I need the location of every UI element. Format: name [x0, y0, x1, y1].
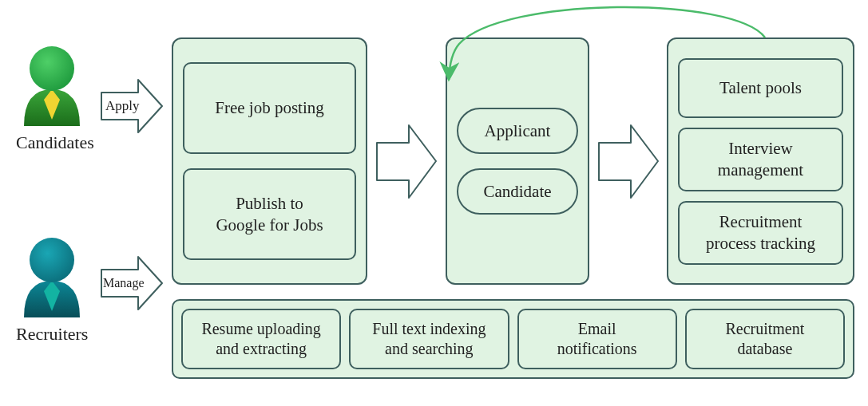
recruiter-icon [16, 231, 88, 319]
candidates-label: Candidates [16, 132, 88, 153]
svg-point-3 [30, 238, 74, 282]
svg-marker-7 [599, 125, 658, 198]
arrow-apply: Apply [100, 78, 164, 134]
panel-management: Talent pools Interview management Recrui… [667, 37, 854, 285]
pill-applicant: Applicant [457, 108, 578, 154]
tile-fulltext-indexing: Full text indexing and searching [349, 309, 509, 369]
panel-applicant-candidate: Applicant Candidate [446, 37, 589, 285]
tile-interview-management: Interview management [678, 128, 843, 191]
arrow-manage: Manage [100, 255, 164, 311]
arrow-icon [375, 124, 438, 199]
arrow-to-management [597, 124, 660, 199]
actor-recruiters: Recruiters [16, 231, 88, 345]
apply-label: Apply [105, 98, 140, 114]
tile-recruitment-tracking: Recruitment process tracking [678, 201, 843, 265]
svg-marker-6 [377, 125, 436, 198]
panel-foundation: Resume uploading and extracting Full tex… [172, 299, 854, 379]
pill-candidate: Candidate [457, 168, 578, 215]
tile-talent-pools: Talent pools [678, 58, 843, 118]
arrow-to-applicant [375, 124, 438, 199]
arrow-icon [597, 124, 660, 199]
svg-point-1 [30, 46, 74, 91]
tile-email-notifications: Email notifications [517, 309, 677, 369]
tile-recruitment-database: Recruitment database [685, 309, 845, 369]
tile-publish-google-jobs: Publish to Google for Jobs [183, 168, 356, 260]
tile-free-job-posting: Free job posting [183, 62, 356, 154]
manage-label: Manage [103, 276, 145, 290]
candidate-icon [16, 40, 88, 128]
tile-resume-uploading: Resume uploading and extracting [181, 309, 341, 369]
actor-candidates: Candidates [16, 40, 88, 153]
panel-job-posting: Free job posting Publish to Google for J… [172, 37, 367, 285]
recruiters-label: Recruiters [16, 324, 88, 345]
